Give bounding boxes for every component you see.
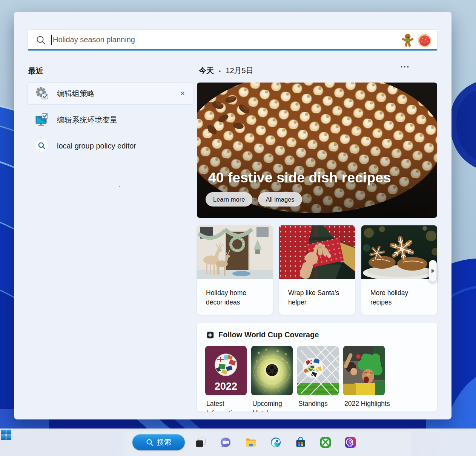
- wc-image-celebrating-fans: [343, 346, 385, 395]
- wc-item-label[interactable]: Upcoming Matches: [252, 399, 302, 412]
- hero-title: 40 festive side dish recipes: [208, 170, 391, 186]
- feed-more-options-icon[interactable]: ···: [396, 62, 414, 73]
- search-box[interactable]: [28, 29, 438, 50]
- recent-item-label: 编辑系统环境变量: [57, 115, 117, 125]
- svg-text:2022: 2022: [215, 381, 237, 392]
- wc-item-label[interactable]: Latest Information: [206, 399, 256, 412]
- wc-image-stadium: [251, 346, 293, 395]
- card-image-snowflake-cookies: [361, 225, 437, 279]
- wc-thumb-standings[interactable]: [297, 346, 339, 395]
- chat-icon[interactable]: [220, 437, 231, 448]
- taskbar-search-label: 搜索: [157, 438, 171, 447]
- task-view-icon[interactable]: [195, 437, 206, 448]
- start-button-icon[interactable]: [0, 429, 12, 441]
- date-separator: •: [219, 68, 221, 74]
- follow-world-cup-button[interactable]: Follow World Cup Coverage: [207, 331, 319, 339]
- carousel-next-button[interactable]: [429, 260, 437, 282]
- story-card-holiday-decor[interactable]: Holiday home décor ideas: [197, 225, 273, 315]
- search-suggestion-icon: [35, 139, 49, 153]
- wc-item-label[interactable]: Standings: [298, 399, 348, 409]
- today-label: 今天: [199, 66, 214, 76]
- cursor-dot: [119, 186, 120, 187]
- story-card-holiday-recipes[interactable]: More holiday recipes: [361, 225, 437, 315]
- hero-story[interactable]: 40 festive side dish recipes Learn more …: [197, 83, 437, 218]
- search-flyout-panel: 最近 编辑组策略 ✕ 编辑系统环境变量: [14, 12, 451, 419]
- edge-browser-icon[interactable]: [270, 437, 281, 448]
- date-label: 12月5日: [226, 66, 253, 76]
- recent-item-label: local group policy editor: [57, 142, 136, 150]
- learn-more-button[interactable]: Learn more: [206, 192, 252, 207]
- story-card-gift-wrapping[interactable]: Wrap like Santa's helper: [279, 225, 355, 315]
- feed-date-header: 今天 • 12月5日: [199, 66, 253, 76]
- search-icon: [146, 439, 154, 446]
- system-environment-icon: [35, 113, 49, 127]
- christmas-cookie-icon[interactable]: [417, 34, 432, 48]
- wc-image-2022-ball: 2022: [205, 346, 247, 395]
- search-input[interactable]: [53, 30, 377, 49]
- follow-plus-icon: [207, 331, 214, 339]
- recent-item-label: 编辑组策略: [57, 89, 95, 99]
- text-caret: [51, 35, 52, 45]
- card-image-front-door-reindeer: [197, 225, 273, 279]
- wc-item-label[interactable]: 2022 Highlights: [344, 399, 394, 409]
- world-cup-section: Follow World Cup Coverage: [197, 323, 437, 412]
- story-card-title: More holiday recipes: [361, 279, 437, 307]
- taskbar: 搜索: [0, 428, 476, 456]
- wc-thumb-latest-information[interactable]: 2022: [205, 346, 247, 395]
- people-ideas-app-icon[interactable]: [345, 437, 356, 448]
- search-icon: [36, 35, 46, 45]
- gingerbread-man-icon[interactable]: [401, 33, 415, 47]
- chevron-right-icon: [431, 269, 435, 273]
- group-policy-icon: [35, 87, 49, 100]
- card-image-wrapping-gifts: [279, 225, 355, 279]
- file-explorer-icon[interactable]: [245, 437, 256, 448]
- story-card-title: Wrap like Santa's helper: [279, 279, 355, 307]
- microsoft-store-icon[interactable]: [295, 437, 306, 448]
- world-cup-heading: Follow World Cup Coverage: [218, 331, 319, 339]
- remove-recent-icon[interactable]: ✕: [178, 89, 187, 98]
- recent-item-group-policy[interactable]: 编辑组策略 ✕: [28, 83, 193, 104]
- recent-item-search-suggestion[interactable]: local group policy editor: [28, 135, 193, 157]
- recent-item-system-environment[interactable]: 编辑系统环境变量: [28, 109, 193, 131]
- taskbar-search-button[interactable]: 搜索: [132, 434, 185, 450]
- xbox-icon[interactable]: [320, 437, 331, 448]
- wc-thumb-upcoming-matches[interactable]: [251, 346, 293, 395]
- all-images-button[interactable]: All images: [258, 192, 302, 207]
- story-card-title: Holiday home décor ideas: [197, 279, 273, 307]
- wc-thumb-2022-highlights[interactable]: [343, 346, 385, 395]
- wc-image-ball-in-net: [297, 346, 339, 395]
- recent-section-header: 最近: [28, 66, 43, 76]
